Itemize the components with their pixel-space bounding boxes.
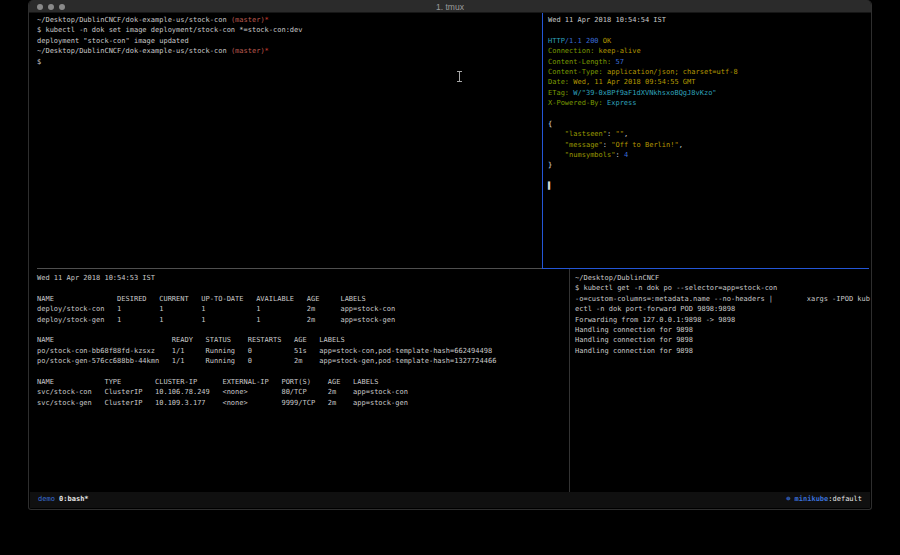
terminal-line xyxy=(548,109,868,119)
pane-divider-vertical-top[interactable] xyxy=(542,13,543,268)
terminal-line: Handling connection for 9898 xyxy=(575,335,867,345)
pane-divider-horizontal-right[interactable] xyxy=(542,268,869,269)
terminal-line xyxy=(548,25,868,35)
terminal-line: $ kubectl -n dok set image deployment/st… xyxy=(37,25,537,35)
terminal-line: deploy/stock-gen 1 1 1 1 2m app=stock-ge… xyxy=(37,315,565,325)
terminal-line: "message": "Off to Berlin!", xyxy=(548,140,868,150)
ibeam-mouse-cursor xyxy=(456,71,463,82)
pane-http-response[interactable]: Wed 11 Apr 2018 10:54:54 ISTHTTP/1.1 200… xyxy=(548,15,868,192)
terminal-line: deploy/stock-con 1 1 1 1 2m app=stock-co… xyxy=(37,304,565,314)
status-right: ☸ minikube:default xyxy=(786,492,862,507)
terminal-line: ETag: W/"39-0xBPf9aF1dXVNkhsxoBQgJ8vKzo" xyxy=(548,88,868,98)
window-title: 1. tmux xyxy=(29,2,871,12)
terminal-line: Wed 11 Apr 2018 10:54:53 IST xyxy=(37,273,565,283)
terminal-line: Date: Wed, 11 Apr 2018 09:54:55 GMT xyxy=(548,77,868,87)
terminal-line: ectl -n dok port-forward POD 9898:9898 xyxy=(575,304,867,314)
terminal-line xyxy=(548,171,868,181)
terminal-line: Forwarding from 127.0.0.1:9898 -> 9898 xyxy=(575,315,867,325)
terminal-line: NAME READY STATUS RESTARTS AGE LABELS xyxy=(37,335,565,345)
terminal-line: svc/stock-gen ClusterIP 10.109.3.177 <no… xyxy=(37,398,565,408)
terminal-line: NAME DESIRED CURRENT UP-TO-DATE AVAILABL… xyxy=(37,294,565,304)
terminal-line: po/stock-con-bb68f88fd-kzsxz 1/1 Running… xyxy=(37,346,565,356)
terminal-line: Handling connection for 9898 xyxy=(575,346,867,356)
terminal-line: "lastseen": "", xyxy=(548,129,868,139)
terminal-line: Content-Type: application/json; charset=… xyxy=(548,67,868,77)
terminal-line: Wed 11 Apr 2018 10:54:54 IST xyxy=(548,15,868,25)
terminal-window: 1. tmux ~/Desktop/DublinCNCF/dok-example… xyxy=(28,0,872,510)
terminal-line: HTTP/1.1 200 OK xyxy=(548,36,868,46)
terminal-line xyxy=(37,325,565,335)
status-left: demo 0:bash* xyxy=(38,492,89,507)
window-titlebar[interactable]: 1. tmux xyxy=(29,0,871,13)
terminal-line: Content-Length: 57 xyxy=(548,57,868,67)
terminal-line: { xyxy=(548,119,868,129)
terminal-line: } xyxy=(548,160,868,170)
pane-port-forward[interactable]: ~/Desktop/DublinCNCF$ kubectl get -n dok… xyxy=(575,273,867,356)
terminal-line: ~/Desktop/DublinCNCF xyxy=(575,273,867,283)
terminal-line: Connection: keep-alive xyxy=(548,46,868,56)
terminal-line: -o=custom-columns=:metadata.name --no-he… xyxy=(575,294,867,304)
terminal-line: po/stock-gen-576cc688bb-44kmn 1/1 Runnin… xyxy=(37,356,565,366)
kube-namespace: :default xyxy=(828,495,862,503)
terminal-line: ~/Desktop/DublinCNCF/dok-example-us/stoc… xyxy=(37,15,537,25)
terminal-line: "numsymbols": 4 xyxy=(548,150,868,160)
terminal-line: X-Powered-By: Express xyxy=(548,98,868,108)
kube-context: minikube xyxy=(795,495,829,503)
terminal-line: deployment "stock-con" image updated xyxy=(37,36,537,46)
terminal-line: $ xyxy=(37,57,537,67)
tmux-status-bar: demo 0:bash* ☸ minikube:default xyxy=(30,492,870,508)
terminal-line xyxy=(37,283,565,293)
window-tab-bash[interactable]: 0:bash* xyxy=(59,495,89,503)
pane-kubectl-resources[interactable]: Wed 11 Apr 2018 10:54:53 ISTNAME DESIRED… xyxy=(37,273,565,408)
session-name: demo xyxy=(38,495,55,503)
terminal-line: ~/Desktop/DublinCNCF/dok-example-us/stoc… xyxy=(37,46,537,56)
pane-divider-horizontal-left[interactable] xyxy=(37,268,542,269)
terminal-line: $ kubectl get -n dok po --selector=app=s… xyxy=(575,283,867,293)
terminal-line: Handling connection for 9898 xyxy=(575,325,867,335)
pane-shell-top-left[interactable]: ~/Desktop/DublinCNCF/dok-example-us/stoc… xyxy=(37,15,537,67)
terminal-line: svc/stock-con ClusterIP 10.106.78.249 <n… xyxy=(37,387,565,397)
terminal-line xyxy=(37,367,565,377)
desktop: 1. tmux ~/Desktop/DublinCNCF/dok-example… xyxy=(0,0,900,555)
pane-divider-vertical-bottom[interactable] xyxy=(569,269,570,492)
terminal-line: NAME TYPE CLUSTER-IP EXTERNAL-IP PORT(S)… xyxy=(37,377,565,387)
terminal-line: ▌ xyxy=(548,181,868,191)
